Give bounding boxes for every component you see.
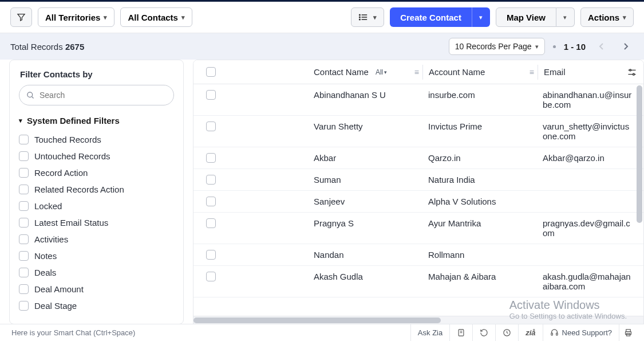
footer-recent-button[interactable] [472,324,495,342]
filter-search-input[interactable] [39,91,167,100]
svg-point-2 [359,17,361,18]
notes-icon [457,328,465,337]
column-contact-name-label: Contact Name [314,67,369,77]
table-row[interactable]: NandanRollmann [193,244,643,266]
column-menu-icon[interactable]: ≡ [530,68,534,77]
filter-group-toggle[interactable]: ▾ System Defined Filters [10,112,183,129]
filter-label: Untouched Records [34,151,110,161]
cell-account-name: Alpha V Solutions [422,197,537,206]
history-icon [480,328,488,337]
svg-point-11 [633,73,634,75]
table-row[interactable]: SanjeevAlpha V Solutions [193,191,643,213]
horizontal-scrollbar[interactable] [193,316,643,324]
chevron-right-icon [623,42,629,50]
filter-item[interactable]: Record Action [19,164,174,181]
prev-page-button[interactable] [594,38,610,54]
svg-point-0 [359,14,361,15]
cell-account-name: Natura India [422,175,537,185]
filter-checkbox[interactable] [19,168,29,178]
filter-checkbox[interactable] [19,201,29,211]
table-row[interactable]: AkbarQarzo.inAkbar@qarzo.in [193,147,643,169]
select-all-checkbox[interactable] [206,67,216,77]
records-per-page-dropdown[interactable]: 10 Records Per Page ▾ [449,38,545,55]
filter-label: Activities [34,234,68,244]
territories-dropdown[interactable]: All Territories ▾ [38,7,114,27]
need-support-label: Need Support? [562,328,612,337]
contacts-view-dropdown[interactable]: All Contacts ▾ [120,7,192,27]
create-contact-button[interactable]: Create Contact [390,7,472,27]
filter-item[interactable]: Locked [19,198,174,214]
filter-checkbox[interactable] [19,301,29,311]
table-row[interactable]: SumanNatura India [193,169,643,191]
next-page-button[interactable] [618,38,634,54]
smart-chat-hint[interactable]: Here is your Smart Chat (Ctrl+Space) [7,328,410,337]
contacts-table: Contact Name All ▾ ≡ Account Name ≡ Emai… [193,60,644,324]
map-view-dropdown[interactable]: ▾ [556,7,575,27]
filter-toggle-button[interactable] [10,7,32,27]
need-support-button[interactable]: Need Support? [543,324,619,342]
filter-item[interactable]: Latest Email Status [19,214,174,231]
table-row[interactable]: Akash GudlaMahajan & Aibaraakash.gudla@m… [193,266,643,297]
top-toolbar: All Territories ▾ All Contacts ▾ ▾ Creat… [0,0,644,33]
column-account-name[interactable]: Account Name ≡ [423,67,538,77]
footer-zia-button[interactable]: ziå [518,324,542,342]
filter-checkbox[interactable] [19,135,29,144]
map-view-button[interactable]: Map View [496,7,556,27]
row-checkbox[interactable] [206,272,216,281]
table-row[interactable]: Abinandhanan S Uinsurbe.comabinandhanan.… [193,84,643,116]
footer-print-button[interactable] [619,324,637,342]
name-filter-label: All [376,68,383,76]
column-settings-button[interactable] [621,68,643,76]
row-checkbox[interactable] [206,250,216,260]
contacts-view-label: All Contacts [128,13,178,22]
table-row[interactable]: Pragnya SAyur Mantrikapragnyas.dev@gmail… [193,213,643,244]
filter-item[interactable]: Deal Stage [19,297,174,314]
filter-search[interactable] [19,85,174,105]
column-contact-name[interactable]: Contact Name All ▾ ≡ [308,67,422,77]
svg-point-6 [27,92,33,97]
chevron-down-icon: ▾ [373,14,377,21]
footer-clock-button[interactable] [495,324,518,342]
cell-contact-name: Sanjeev [308,197,422,206]
filter-item[interactable]: Untouched Records [19,148,174,164]
filter-checkbox[interactable] [19,234,29,244]
row-checkbox[interactable] [206,90,216,100]
filter-checkbox[interactable] [19,268,29,277]
filter-checkbox[interactable] [19,251,29,261]
row-checkbox[interactable] [206,218,216,228]
filter-group-title-text: System Defined Filters [27,116,120,126]
ask-zia-button[interactable]: Ask Zia [410,324,449,342]
create-contact-dropdown[interactable]: ▾ [472,7,490,27]
filter-item[interactable]: Notes [19,248,174,264]
chevron-down-icon: ▾ [181,14,185,21]
filter-checkbox[interactable] [19,151,29,161]
table-header: Contact Name All ▾ ≡ Account Name ≡ Emai… [193,60,643,84]
caret-down-icon: ▾ [19,117,22,124]
actions-dropdown[interactable]: Actions ▾ [580,7,634,27]
svg-line-7 [31,96,33,98]
filter-checkbox[interactable] [19,185,29,194]
records-per-page-label: 10 Records Per Page [455,42,532,51]
filter-item[interactable]: Touched Records [19,131,174,148]
vertical-scrollbar[interactable] [637,85,642,315]
filter-sidebar: Filter Contacts by ▾ System Defined Filt… [9,60,184,324]
row-checkbox[interactable] [206,121,216,131]
name-filter-dropdown[interactable]: All ▾ [372,68,390,77]
filter-item[interactable]: Deals [19,264,174,281]
table-row[interactable]: Varun ShettyInvictus Primevarun_shetty@i… [193,116,643,147]
cell-account-name: insurbe.com [422,90,537,100]
filter-checkbox[interactable] [19,284,29,294]
list-layout-button[interactable]: ▾ [351,7,384,27]
row-checkbox[interactable] [206,197,216,206]
filter-item[interactable]: Activities [19,231,174,248]
column-email[interactable]: Email [538,67,621,77]
row-checkbox[interactable] [206,175,216,185]
row-checkbox[interactable] [206,153,216,163]
chevron-down-icon: ▾ [104,14,107,21]
filter-item[interactable]: Related Records Action [19,181,174,198]
filter-item[interactable]: Deal Amount [19,281,174,297]
filter-checkbox[interactable] [19,218,29,228]
footer-notes-button[interactable] [449,324,472,342]
headset-icon [550,328,559,337]
column-menu-icon[interactable]: ≡ [414,68,419,77]
